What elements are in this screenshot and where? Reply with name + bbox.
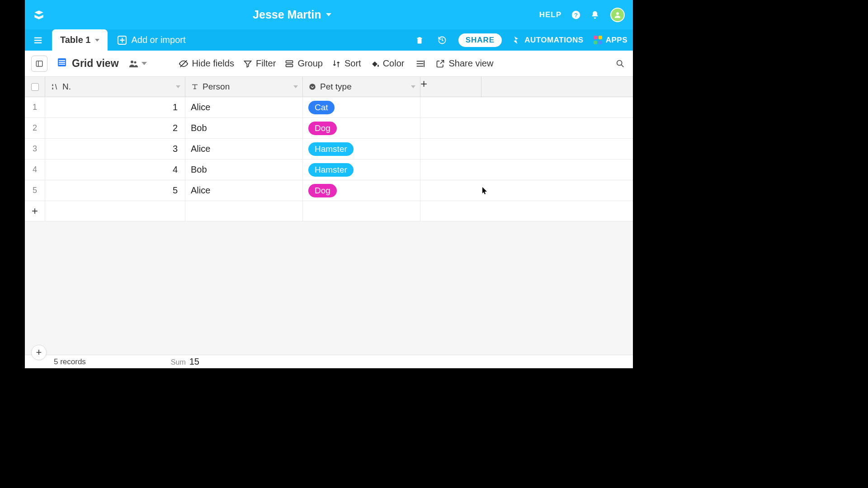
record-count: 5 records: [54, 357, 86, 366]
svg-rect-5: [34, 42, 42, 43]
hide-fields-button[interactable]: Hide fields: [179, 58, 234, 69]
people-icon: [128, 58, 139, 69]
summary-sum[interactable]: Sum 15: [171, 357, 199, 367]
app-logo-icon[interactable]: [33, 9, 45, 21]
add-row-button[interactable]: +: [25, 201, 45, 221]
tab-table-1[interactable]: Table 1: [52, 29, 108, 51]
apps-button[interactable]: APPS: [594, 36, 627, 45]
base-title-dropdown[interactable]: Jesse Martin: [253, 8, 331, 21]
table-row[interactable]: 33AliceHamster: [25, 139, 633, 160]
chevron-down-icon: [326, 13, 331, 16]
table-row[interactable]: 55AliceDog: [25, 180, 633, 201]
group-button[interactable]: Group: [285, 58, 323, 69]
cell-pet-type[interactable]: Hamster: [303, 139, 420, 159]
cell-pet-type[interactable]: Dog: [303, 118, 420, 138]
add-import-label: Add or import: [131, 35, 185, 45]
grid-view-icon: [57, 57, 67, 70]
single-select-icon: [308, 83, 316, 91]
svg-point-12: [131, 61, 133, 63]
column-header-pet-type[interactable]: Pet type: [303, 77, 420, 97]
cell-n[interactable]: 2: [45, 118, 185, 138]
text-field-icon: [191, 83, 199, 91]
cell-pet-type[interactable]: Hamster: [303, 160, 420, 180]
add-or-import-button[interactable]: + Add or import: [118, 35, 185, 45]
select-tag: Hamster: [308, 163, 354, 177]
svg-rect-3: [34, 37, 42, 38]
svg-rect-10: [59, 62, 65, 63]
svg-rect-6: [36, 61, 42, 66]
automations-icon: [512, 36, 521, 45]
share-view-button[interactable]: Share view: [436, 58, 493, 69]
select-tag: Hamster: [308, 142, 354, 156]
empty-cell[interactable]: [185, 201, 303, 221]
search-button[interactable]: [614, 57, 627, 70]
select-all-checkbox[interactable]: [25, 77, 45, 97]
view-picker[interactable]: Grid view: [57, 57, 119, 70]
trash-icon[interactable]: [413, 34, 426, 47]
column-header-person[interactable]: Person: [185, 77, 303, 97]
data-grid: N. Person Pet type + 11AliceCat22BobDog3…: [25, 77, 633, 355]
color-button[interactable]: Color: [370, 58, 405, 69]
row-number[interactable]: 3: [25, 139, 45, 159]
select-tag: Dog: [308, 184, 337, 197]
svg-point-20: [617, 60, 622, 65]
row-number[interactable]: 5: [25, 180, 45, 201]
plus-icon: +: [118, 36, 127, 45]
column-header-n[interactable]: N.: [45, 77, 185, 97]
cell-n[interactable]: 4: [45, 160, 185, 180]
table-row[interactable]: 11AliceCat: [25, 97, 633, 118]
cell-person[interactable]: Bob: [185, 160, 303, 180]
notifications-icon[interactable]: [589, 9, 601, 21]
sort-icon: [332, 59, 341, 68]
base-title: Jesse Martin: [253, 8, 321, 21]
svg-rect-11: [59, 64, 65, 65]
filter-button[interactable]: Filter: [243, 58, 276, 69]
chevron-down-icon: [411, 85, 415, 88]
toggle-sidebar-button[interactable]: [31, 56, 47, 72]
select-tag: Dog: [308, 122, 337, 135]
chevron-down-icon: [142, 62, 147, 65]
cell-n[interactable]: 3: [45, 139, 185, 159]
automations-button[interactable]: AUTOMATIONS: [512, 36, 583, 45]
cell-pet-type[interactable]: Cat: [303, 97, 420, 117]
svg-rect-9: [59, 60, 65, 61]
row-height-icon: [415, 59, 425, 69]
eye-off-icon: [179, 59, 189, 69]
cell-n[interactable]: 1: [45, 97, 185, 117]
account-avatar[interactable]: [610, 8, 625, 22]
chevron-down-icon: [293, 85, 298, 88]
search-icon: [615, 59, 625, 69]
cell-n[interactable]: 5: [45, 180, 185, 201]
row-number[interactable]: 4: [25, 160, 45, 180]
cell-pet-type[interactable]: Dog: [303, 180, 420, 201]
svg-point-2: [616, 12, 619, 15]
help-icon[interactable]: ?: [570, 9, 582, 21]
row-number[interactable]: 2: [25, 118, 45, 138]
table-list-menu-icon[interactable]: [30, 33, 46, 48]
cell-person[interactable]: Bob: [185, 118, 303, 138]
history-icon[interactable]: [436, 34, 448, 47]
row-number[interactable]: 1: [25, 97, 45, 117]
cell-person[interactable]: Alice: [185, 180, 303, 201]
add-field-button[interactable]: +: [420, 77, 481, 97]
add-record-fab[interactable]: +: [31, 345, 47, 360]
cell-person[interactable]: Alice: [185, 97, 303, 117]
share-button[interactable]: SHARE: [458, 33, 502, 47]
cell-person[interactable]: Alice: [185, 139, 303, 159]
apps-icon: [594, 36, 602, 44]
svg-text:?: ?: [574, 11, 578, 18]
share-icon: [436, 59, 445, 68]
row-height-button[interactable]: [413, 59, 427, 69]
view-collaborators[interactable]: [128, 58, 147, 69]
svg-point-13: [134, 61, 136, 63]
svg-rect-15: [286, 61, 293, 63]
empty-cell[interactable]: [45, 201, 185, 221]
sort-button[interactable]: Sort: [332, 58, 361, 69]
svg-rect-16: [286, 64, 293, 66]
empty-cell[interactable]: [303, 201, 420, 221]
help-link[interactable]: HELP: [539, 10, 561, 19]
paint-bucket-icon: [370, 59, 379, 68]
table-row[interactable]: 44BobHamster: [25, 160, 633, 180]
select-tag: Cat: [308, 101, 335, 114]
table-row[interactable]: 22BobDog: [25, 118, 633, 139]
